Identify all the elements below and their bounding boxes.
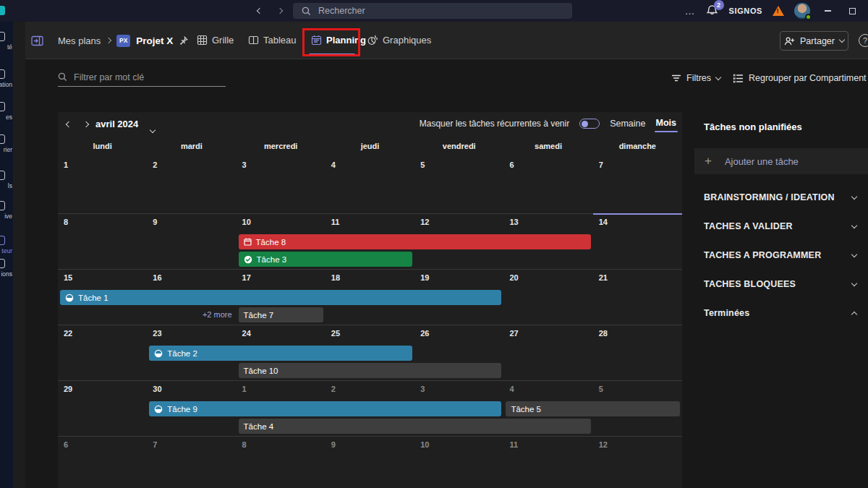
weekday-label: vendredi [414,137,503,157]
view-month-button[interactable]: Mois [656,118,676,129]
bucket-label: Terminées [704,308,749,318]
calendar-day-cell[interactable]: 8 [58,214,147,270]
task-bar-tâche-1[interactable]: Tâche 1 [60,290,501,305]
expand-sidebar-icon[interactable] [29,33,45,48]
task-bar-tâche-4[interactable]: Tâche 4 [239,419,591,434]
more-options-icon[interactable]: … [685,5,696,17]
tab-graphiques[interactable]: Graphiques [367,22,431,59]
calendar-day-cell[interactable]: 20 [503,270,592,325]
calendar-day-cell[interactable]: 6 [503,157,592,214]
plan-content: Filtres Regrouper par Compartiment avril… [25,59,868,488]
tableau-icon [248,35,259,46]
chevron-down-icon [851,251,857,257]
month-dropdown-icon[interactable] [150,122,155,135]
pin-icon[interactable] [179,36,188,46]
active-tab-underline [309,53,355,56]
teams-window: Rechercher … 2 SIGNOS téationesrierlsive… [0,0,868,488]
calendar-day-cell[interactable]: 3 [237,157,326,214]
day-number: 13 [509,218,518,226]
share-button[interactable]: Partager [780,31,848,51]
bucket-header-4[interactable]: TACHES BLOQUEES [694,270,868,299]
day-number: 12 [420,218,429,226]
previous-month-icon[interactable] [62,118,75,131]
account-name[interactable]: SIGNOS [729,7,762,15]
notifications-bell-icon[interactable]: 2 [706,4,719,17]
day-number: 22 [64,329,72,338]
calendar-day-cell[interactable]: 6 [58,437,147,488]
calendar-day-cell[interactable]: 9 [147,214,236,270]
calendar-day-cell[interactable]: 12 [593,437,682,488]
day-number: 2 [331,385,336,393]
calendar-day-cell[interactable]: 2 [147,157,236,214]
calendar-day-cell[interactable]: 10 [414,437,503,488]
bucket-header-2[interactable]: TACHES A VALIDER [694,212,868,241]
task-bar-tâche-5[interactable]: Tâche 5 [506,401,680,416]
bucket-header-3[interactable]: TACHES A PROGRAMMER [694,241,868,270]
next-month-icon[interactable] [80,118,93,131]
task-bar-tâche-7[interactable]: Tâche 7 [239,307,323,322]
calendar-day-cell[interactable]: 14 [593,214,682,270]
calendar-day-cell[interactable]: 27 [503,325,592,381]
search-icon [58,72,67,82]
keyword-filter-input[interactable] [74,72,211,82]
calendar-day-cell[interactable]: 4 [326,157,414,214]
day-number: 28 [599,329,608,338]
task-bar-tâche-3[interactable]: Tâche 3 [239,252,413,267]
tab-tableau[interactable]: Tableau [248,22,297,59]
grille-icon [197,35,208,46]
calendar-day-cell[interactable]: 5 [414,157,503,214]
filters-label: Filtres [686,73,711,83]
filters-button[interactable]: Filtres [671,69,720,87]
day-number: 17 [242,273,251,282]
tab-label: Graphiques [383,35,431,46]
calendar-day-cell[interactable]: 29 [58,381,147,437]
calendar-day-cell[interactable]: 1 [58,157,147,214]
breadcrumb-separator-icon [106,38,111,43]
calendar-day-cell[interactable]: 22 [58,325,147,381]
minimize-button[interactable] [820,4,835,17]
calendar-day-cell[interactable]: 21 [593,270,682,325]
task-bar-tâche-10[interactable]: Tâche 10 [239,363,502,378]
breadcrumb-mes-plans[interactable]: Mes plans [58,35,101,46]
tab-label: Tableau [263,35,297,46]
add-task-label: Ajouter une tâche [725,156,799,167]
calendar-day-cell[interactable]: 9 [326,437,414,488]
calendar-day-cell[interactable]: 8 [237,437,326,488]
rail-app-icon [0,201,5,210]
help-icon[interactable]: ? [859,34,868,47]
task-bar-tâche-9[interactable]: Tâche 9 [149,401,501,416]
title-bar: Rechercher … 2 SIGNOS [0,0,868,22]
hide-recurring-toggle[interactable] [579,119,600,129]
day-number: 27 [509,329,518,338]
day-number: 2 [153,160,157,169]
search-input[interactable]: Rechercher [293,3,572,19]
task-bar-tâche-2[interactable]: Tâche 2 [149,346,412,361]
group-by-button[interactable]: Regrouper par Compartiment [733,69,868,87]
more-tasks-link[interactable]: +2 more [149,310,231,319]
view-week-button[interactable]: Semaine [610,119,645,129]
tab-grille[interactable]: Grille [197,22,234,59]
keyword-filter-field [58,68,226,87]
back-icon[interactable] [253,4,266,17]
weekday-header-row: lundimardimercredijeudivendredisamedidim… [58,137,682,157]
avatar[interactable] [794,3,810,19]
warning-icon[interactable] [773,6,784,16]
bucket-header-5[interactable]: Terminées [694,299,868,328]
calendar-day-cell[interactable]: 28 [593,325,682,381]
calendar-day-cell[interactable]: 7 [147,437,236,488]
unplanned-tasks-panel: Tâches non planifiées + Ajouter une tâch… [694,112,868,488]
calendar-day-cell[interactable]: 11 [503,437,592,488]
forward-icon[interactable] [273,4,286,17]
in-progress-icon [65,294,74,302]
month-label[interactable]: avril 2024 [95,119,138,129]
day-number: 9 [153,218,157,226]
maximize-button[interactable] [845,4,859,17]
day-number: 7 [153,440,157,449]
task-label: Tâche 4 [244,422,274,431]
task-label: Tâche 10 [244,367,278,375]
add-task-button[interactable]: + Ajouter une tâche [694,148,868,174]
task-bar-tâche-8[interactable]: Tâche 8 [239,234,591,249]
calendar-day-cell[interactable]: 7 [593,157,682,214]
share-button-label: Partager [800,36,835,46]
bucket-header-1[interactable]: BRAINSTORMING / IDEATION [694,183,868,212]
